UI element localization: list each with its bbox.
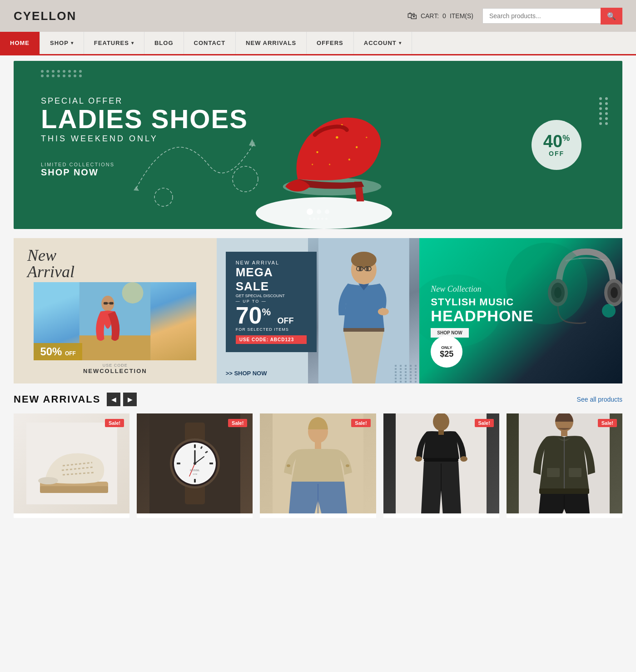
svg-point-10	[312, 164, 313, 165]
search-input[interactable]	[482, 8, 601, 24]
decorative-dots-left	[41, 70, 83, 77]
svg-rect-41	[40, 486, 108, 493]
nav-new-arrivals-label: NEW ARRIVALS	[246, 40, 296, 46]
fifty-off-badge: 50% OFF	[34, 343, 82, 360]
svg-rect-73	[424, 458, 458, 462]
nav-features-label: FEATURES	[94, 40, 129, 46]
new-arrival-sub: NEW ARRIVAL	[236, 260, 307, 265]
mega-sale-overlay: NEW ARRIVAL MEGA SALE GET SPECIAL DISCOU…	[226, 252, 317, 352]
nav-item-blog[interactable]: BLOG	[144, 32, 184, 54]
svg-rect-83	[539, 488, 589, 494]
for-selected: FOR SELECTED ITEMS	[236, 327, 307, 332]
collection-label: NEWCOLLECTION	[83, 368, 147, 374]
chevron-down-icon: ▾	[399, 40, 402, 45]
header-right: 🛍 CART: 0 ITEM(S) 🔍	[407, 8, 622, 25]
svg-point-65	[287, 464, 290, 467]
nav-account-label: ACCOUNT	[364, 40, 397, 46]
svg-rect-17	[104, 302, 108, 304]
sale-badge: Sale!	[351, 419, 370, 427]
nav-offers-label: OFFERS	[317, 40, 343, 46]
nav-item-offers[interactable]: OFFERS	[307, 32, 354, 54]
nav-item-new-arrivals[interactable]: NEW ARRIVALS	[236, 32, 307, 54]
svg-point-42	[38, 477, 58, 484]
nav-item-features[interactable]: FEATURES ▾	[84, 32, 144, 54]
shop-now-link[interactable]: >> SHOP NOW	[226, 370, 267, 377]
svg-point-66	[346, 464, 349, 467]
svg-rect-64	[315, 442, 321, 449]
product-card: Sale!	[14, 413, 129, 518]
promo-card-headphone: New Collection STYLISH MUSIC HEADPHONE S…	[419, 238, 622, 383]
discount-badge: 40% OFF	[532, 120, 581, 170]
nav-item-home[interactable]: HOME	[0, 32, 40, 54]
price-value: $25	[440, 350, 453, 358]
sale-badge: Sale!	[475, 419, 494, 427]
product-card: Sale!	[260, 413, 376, 518]
use-code-label: USE CODE	[103, 363, 128, 368]
search-button[interactable]: 🔍	[601, 8, 622, 25]
svg-rect-52	[177, 463, 180, 464]
svg-point-5	[316, 151, 318, 153]
carousel-nav-arrows: ◀ ▶	[107, 393, 137, 406]
sale-badge: Sale!	[598, 419, 617, 427]
grid-dots-decoration	[395, 365, 418, 383]
hero-banner: SPECIAL OFFER LADIES SHOES THIS WEEKEND …	[14, 61, 622, 229]
svg-point-24	[359, 267, 362, 271]
product-image-shoe	[14, 413, 129, 513]
shoe-svg	[250, 88, 414, 206]
nav-item-contact[interactable]: CONTACT	[184, 32, 236, 54]
product-image-jacket	[507, 413, 622, 513]
see-all-link[interactable]: See all products	[577, 396, 622, 403]
svg-point-9	[348, 159, 350, 160]
cart-icon: 🛍	[407, 10, 417, 22]
nav-blog-label: BLOG	[154, 40, 174, 46]
navbar: HOME SHOP ▾ FEATURES ▾ BLOG CONTACT NEW …	[0, 32, 636, 55]
product-sweater-svg	[273, 413, 363, 513]
svg-point-11	[366, 137, 367, 138]
product-image-sweater	[260, 413, 376, 513]
nav-item-shop[interactable]: SHOP ▾	[40, 32, 84, 54]
svg-point-71	[415, 456, 422, 462]
svg-rect-29	[343, 328, 384, 332]
svg-rect-79	[561, 431, 567, 436]
new-collection-label: New Collection	[431, 284, 611, 294]
carousel-controls	[307, 209, 329, 220]
carousel-dot-1[interactable]	[307, 209, 313, 215]
svg-marker-3	[134, 186, 139, 191]
svg-rect-70	[438, 430, 444, 435]
cart-area[interactable]: 🛍 CART: 0 ITEM(S)	[407, 10, 473, 22]
discount-percent: 40%	[543, 133, 570, 150]
product-jacket-svg	[519, 413, 610, 513]
nav-contact-label: CONTACT	[194, 40, 226, 46]
new-arrivals-section: NEW ARRIVALS ◀ ▶ See all products Sale!	[14, 393, 622, 518]
hero-shoe-display	[229, 84, 419, 229]
nav-item-account[interactable]: ACCOUNT ▾	[354, 32, 412, 54]
product-image-watch: FOSSIL 100M	[137, 413, 253, 513]
promo-card-mega-sale: NEW ARRIVAL MEGA SALE GET SPECIAL DISCOU…	[217, 238, 420, 383]
get-special-label: GET SPECIAL DISCOUNT	[236, 294, 307, 298]
next-arrow-button[interactable]: ▶	[123, 393, 137, 406]
stylish-music-label: STYLISH MUSIC	[431, 296, 611, 308]
cart-label: CART:	[421, 12, 439, 20]
svg-point-1	[154, 188, 173, 206]
svg-rect-18	[109, 302, 114, 304]
svg-point-59	[194, 462, 196, 465]
svg-rect-51	[194, 479, 196, 483]
svg-rect-50	[194, 444, 196, 448]
product-card: Sale!	[383, 413, 499, 518]
header: CYELLON 🛍 CART: 0 ITEM(S) 🔍	[0, 0, 636, 32]
new-arrivals-title: NEW ARRIVALS	[14, 393, 100, 405]
discount-off-label: OFF	[549, 150, 564, 157]
product-image-pants	[383, 413, 499, 513]
headphone-title: HEADPHONE	[431, 308, 611, 324]
man-svg	[308, 238, 420, 383]
svg-point-8	[329, 164, 330, 165]
product-card: Sale!	[137, 413, 253, 518]
svg-point-14	[122, 282, 144, 304]
svg-rect-82	[569, 468, 581, 477]
carousel-dot-2[interactable]	[317, 209, 321, 214]
prev-arrow-button[interactable]: ◀	[107, 393, 120, 406]
use-code-box: USE CODE: ABCD123	[236, 335, 307, 344]
carousel-dot-3[interactable]	[325, 209, 329, 214]
svg-point-22	[351, 252, 377, 268]
product-pants-svg	[396, 413, 487, 513]
